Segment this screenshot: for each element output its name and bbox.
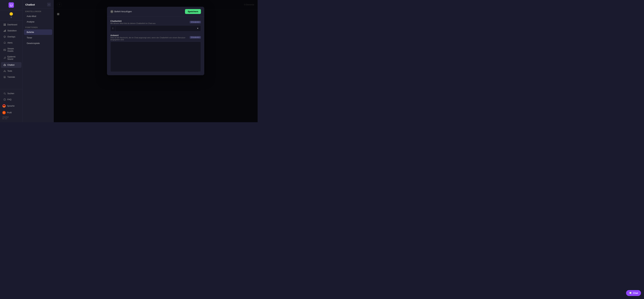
- svg-point-10: [5, 58, 6, 59]
- modal-title: Befehl hinzufügen: [114, 10, 132, 13]
- image-icon: [3, 49, 6, 51]
- chatbefehl-field-header: Chatbefehl Mit diesem Wort löst du deine…: [110, 20, 201, 24]
- sidebar-item-overlays[interactable]: Overlays: [1, 34, 22, 40]
- sub-sidebar-title: Chatbot: [25, 3, 35, 6]
- antwort-label: Antwort: [110, 34, 190, 37]
- svg-point-15: [4, 93, 5, 94]
- sidebar-item-tutorials-label: Tutorials: [8, 76, 15, 78]
- svg-point-14: [4, 64, 5, 64]
- sidebar: 0 Dashboard Statistiken: [0, 0, 23, 122]
- sidebar-item-alerts[interactable]: Alerts: [1, 40, 22, 46]
- chatbefehl-dropdown-icon[interactable]: ▼: [195, 26, 201, 31]
- grid-icon: [3, 23, 6, 26]
- sidebar-item-tools[interactable]: Tools: [1, 68, 22, 74]
- chatbefehl-required-badge: Erforderlich: [190, 21, 201, 23]
- sub-nav-gewinnspiele-label: Gewinnspiele: [27, 42, 40, 45]
- svg-point-13: [5, 65, 5, 65]
- music-icon: [3, 57, 6, 59]
- layers-icon: [3, 36, 6, 38]
- chatbefehl-input[interactable]: [116, 26, 195, 31]
- sub-nav-analyse[interactable]: Analyse: [24, 19, 52, 25]
- svg-rect-1: [5, 24, 6, 25]
- sub-sidebar-header: Chatbot ‹: [23, 0, 54, 9]
- sidebar-item-stream-assets-label: Stream Assets: [8, 48, 19, 52]
- modal-save-label: Speichern: [188, 10, 198, 13]
- chatbefehl-field: Chatbefehl Mit diesem Wort löst du deine…: [110, 20, 201, 31]
- sidebar-item-tutorials[interactable]: Tutorials: [1, 74, 22, 80]
- nav-items: Dashboard Statistiken Overlays: [0, 21, 22, 89]
- sidebar-item-chatbot-label: Chatbot: [8, 64, 14, 66]
- bar-chart-icon: [3, 29, 6, 32]
- sidebar-item-alerts-label: Alerts: [8, 42, 12, 44]
- user-id-label: ID: 172: [2, 118, 20, 120]
- modal-overlay: × Befehl hinzufügen Speichern Chatbefehl…: [54, 0, 258, 122]
- sub-nav-auto-mod[interactable]: Auto-Mod: [24, 14, 52, 19]
- sub-nav-befehle-label: Befehle: [27, 31, 34, 34]
- befehl-hinzufuegen-modal: × Befehl hinzufügen Speichern Chatbefehl…: [107, 7, 204, 75]
- sidebar-item-chatbot[interactable]: Chatbot: [1, 62, 22, 68]
- svg-point-17: [4, 100, 5, 100]
- app-logo[interactable]: [8, 2, 14, 8]
- sidebar-item-faq[interactable]: FAQ: [1, 97, 22, 102]
- svg-rect-4: [4, 31, 4, 32]
- close-icon: ×: [110, 10, 113, 13]
- user-id: v54a35af: [2, 116, 20, 118]
- svg-rect-3: [5, 25, 6, 26]
- help-circle-icon: [3, 98, 6, 101]
- bell-icon: [3, 42, 6, 44]
- svg-rect-5: [4, 30, 5, 32]
- sub-nav-analyse-label: Analyse: [27, 21, 34, 23]
- tool-icon: [3, 70, 6, 72]
- svg-rect-11: [4, 65, 6, 66]
- search-icon: [3, 92, 6, 95]
- profile-item[interactable]: ▶ Profil: [0, 109, 22, 116]
- sub-sidebar: Chatbot ‹ EINSTELLUNGEN Auto-Mod Analyse…: [23, 0, 54, 122]
- user-status: 0: [0, 10, 22, 21]
- chatbefehl-desc: Mit diesem Wort löst du deinen Chatbefeh…: [110, 22, 156, 24]
- sidebar-logo: [0, 0, 22, 10]
- sidebar-item-suchen-label: Suchen: [8, 92, 14, 95]
- sidebar-item-suchen[interactable]: Suchen: [1, 91, 22, 96]
- sub-nav-befehle[interactable]: Befehle: [24, 29, 52, 35]
- language-flag-icon: 🇩🇪: [2, 104, 6, 108]
- profile-icon: ▶: [2, 111, 6, 114]
- main-content: ? 0 Elemente × Befehl hinzufügen Speiche…: [54, 0, 258, 122]
- svg-rect-0: [4, 24, 4, 25]
- sub-nav-auto-mod-label: Auto-Mod: [27, 15, 36, 18]
- antwort-field-header: Antwort Dies ist die Nachricht, die im C…: [110, 34, 201, 41]
- language-label: Sprache: [7, 105, 14, 107]
- antwort-required-badge: Erforderlich: [190, 36, 201, 39]
- chatbefehl-prefix: !: [110, 26, 116, 31]
- sub-nav-timer[interactable]: Timer: [24, 35, 52, 41]
- book-icon: [3, 76, 6, 78]
- collapse-button[interactable]: ‹: [47, 3, 51, 6]
- svg-point-9: [4, 58, 4, 59]
- user-info: v54a35af ID: 172: [0, 116, 22, 121]
- funktionen-section-label: FUNKTIONEN: [23, 25, 54, 29]
- modal-save-button[interactable]: Speichern: [185, 9, 201, 14]
- chatbefehl-input-row: ! ▼: [110, 25, 201, 31]
- modal-body: Chatbefehl Mit diesem Wort löst du deine…: [107, 17, 204, 75]
- sidebar-item-epidemic-sound[interactable]: Epidemic Sound: [1, 54, 22, 62]
- antwort-textarea[interactable]: [110, 42, 201, 72]
- sidebar-item-epidemic-sound-label: Epidemic Sound: [8, 56, 19, 60]
- language-selector[interactable]: 🇩🇪 Sprache: [0, 103, 22, 109]
- svg-rect-6: [5, 30, 6, 32]
- sub-nav-gewinnspiele[interactable]: Gewinnspiele: [24, 41, 52, 46]
- svg-rect-7: [4, 49, 6, 51]
- sidebar-item-stream-assets[interactable]: Stream Assets: [1, 46, 22, 54]
- status-indicator: [10, 12, 13, 16]
- profile-label: Profil: [7, 112, 12, 114]
- sidebar-item-faq-label: FAQ: [8, 98, 12, 101]
- svg-point-12: [4, 65, 4, 65]
- sidebar-item-statistiken[interactable]: Statistiken: [1, 28, 22, 34]
- sidebar-bottom: Suchen FAQ 🇩🇪 Sprache ▶ Profil v54a35af …: [0, 89, 22, 122]
- sidebar-item-dashboard[interactable]: Dashboard: [1, 22, 22, 28]
- svg-rect-2: [4, 25, 4, 26]
- antwort-field: Antwort Dies ist die Nachricht, die im C…: [110, 34, 201, 72]
- sidebar-item-dashboard-label: Dashboard: [8, 24, 17, 26]
- sidebar-item-statistiken-label: Statistiken: [8, 30, 16, 32]
- modal-close-button[interactable]: × Befehl hinzufügen: [110, 10, 132, 13]
- bot-icon: [3, 64, 6, 66]
- sidebar-item-overlays-label: Overlays: [8, 36, 15, 38]
